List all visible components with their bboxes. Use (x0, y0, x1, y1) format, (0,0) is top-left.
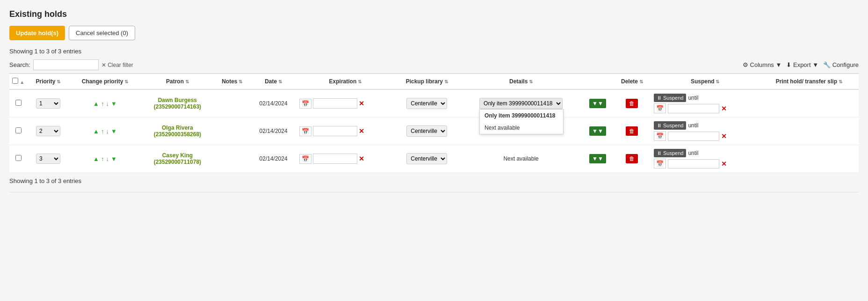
row-pickup-3: Centerville (394, 145, 460, 173)
th-date[interactable]: Date (250, 73, 297, 89)
expiry-calendar-1[interactable]: 📅 (299, 99, 311, 109)
clear-filter-button[interactable]: ✕ Clear filter (101, 62, 133, 68)
queue-btn-1[interactable]: ▼▼ (589, 99, 606, 108)
suspend-clear-1[interactable]: ✕ (721, 105, 727, 112)
suspend-until-input-2[interactable] (668, 132, 719, 141)
priority-up-1[interactable]: ↑ (101, 100, 105, 107)
details-option[interactable]: Only item 39999000011418 (480, 110, 563, 122)
priority-top-1[interactable]: ▲ (93, 100, 100, 107)
details-dropdown-1: Only item 39999000011418Next available O… (479, 98, 563, 109)
patron-link-1[interactable]: Dawn Burgess(23529000714163) (154, 97, 201, 110)
suspend-calendar-1[interactable]: 📅 (654, 103, 666, 113)
pickup-select-2[interactable]: Centerville (406, 125, 447, 137)
expiry-input-2[interactable] (313, 126, 357, 136)
queue-btn-2[interactable]: ▼▼ (589, 126, 606, 136)
suspend-clear-2[interactable]: ✕ (721, 132, 727, 140)
pickup-select-1[interactable]: Centerville (406, 98, 447, 109)
suspend-until-input-3[interactable] (668, 159, 719, 169)
expiry-clear-1[interactable]: ✕ (359, 100, 364, 107)
priority-select-2[interactable]: 2 (36, 126, 60, 136)
search-label: Search: (9, 61, 30, 68)
priority-down-2[interactable]: ↓ (105, 128, 109, 135)
date-value-2: 02/14/2024 (260, 128, 288, 134)
row-suspend-3: ⏸ Suspend until 📅 ✕ (651, 145, 760, 173)
suspend-calendar-3[interactable]: 📅 (654, 159, 666, 169)
suspend-until-input-1[interactable] (668, 104, 719, 113)
suspend-btn-1[interactable]: ⏸ Suspend (654, 94, 686, 102)
priority-select-1[interactable]: 1 (36, 98, 60, 109)
th-notes[interactable]: Notes (214, 73, 250, 89)
holds-table: ▲ Priority Change priority Patron Notes … (9, 73, 859, 173)
priority-top-3[interactable]: ▲ (93, 155, 100, 162)
priority-up-3[interactable]: ↑ (101, 155, 105, 162)
columns-button[interactable]: ⚙ Columns ▼ (743, 61, 781, 68)
expiry-input-1[interactable] (313, 98, 357, 109)
page-title: Existing holds (9, 9, 859, 19)
export-button[interactable]: ⬇ Export ▼ (786, 61, 818, 68)
th-priority[interactable]: Priority (27, 73, 69, 89)
search-input[interactable] (33, 59, 99, 70)
th-change-priority[interactable]: Change priority (69, 73, 141, 89)
pickup-select-3[interactable]: Centerville (406, 153, 447, 164)
row-checkbox-2[interactable] (15, 127, 22, 133)
showing-entries-top: Showing 1 to 3 of 3 entries (9, 48, 859, 55)
th-print[interactable]: Print hold/ transfer slip (759, 73, 859, 89)
suspend-btn-3[interactable]: ⏸ Suspend (654, 149, 686, 157)
th-details[interactable]: Details (460, 73, 582, 89)
row-priority-2: 2 (27, 117, 69, 145)
th-patron[interactable]: Patron (141, 73, 214, 89)
row-notes-3 (214, 145, 250, 173)
toolbar: Update hold(s) Cancel selected (0) (9, 26, 859, 40)
update-holds-button[interactable]: Update hold(s) (9, 26, 65, 40)
expiry-clear-2[interactable]: ✕ (359, 127, 364, 135)
priority-select-3[interactable]: 3 (36, 154, 60, 164)
queue-btn-3[interactable]: ▼▼ (589, 154, 606, 163)
priority-bottom-2[interactable]: ▼ (110, 128, 117, 135)
row-change-priority-3: ▲ ↑ ↓ ▼ (69, 145, 141, 173)
table-row: 3 ▲ ↑ ↓ ▼ Casey King(23529000711078) 02/… (9, 145, 859, 173)
suspend-wrap-2: ⏸ Suspend until 📅 ✕ (654, 121, 757, 141)
showing-entries-bottom: Showing 1 to 3 of 3 entries (9, 177, 859, 184)
details-select-1[interactable]: Only item 39999000011418Next available (479, 98, 563, 109)
patron-link-3[interactable]: Casey King(23529000711078) (154, 152, 201, 165)
row-pickup-1: Centerville (394, 89, 460, 117)
delete-btn-3[interactable]: 🗑 (626, 154, 638, 163)
suspend-clear-3[interactable]: ✕ (721, 160, 727, 168)
th-pickup-library[interactable]: Pickup library (394, 73, 460, 89)
priority-up-2[interactable]: ↑ (101, 128, 105, 135)
row-expiration-3: 📅 ✕ (297, 145, 394, 173)
select-all-checkbox[interactable] (12, 78, 18, 84)
row-queue-icon-1: ▼▼ (582, 89, 613, 117)
cancel-selected-button[interactable]: Cancel selected (0) (69, 26, 135, 40)
delete-btn-1[interactable]: 🗑 (626, 99, 638, 108)
table-row: 1 ▲ ↑ ↓ ▼ Dawn Burgess(23529000714163) 0… (9, 89, 859, 117)
priority-top-2[interactable]: ▲ (93, 128, 100, 135)
row-checkbox-3[interactable] (15, 155, 22, 161)
th-expiration[interactable]: Expiration (297, 73, 394, 89)
configure-button[interactable]: 🔧 Configure (823, 61, 859, 68)
details-option[interactable]: Next available (480, 122, 563, 134)
suspend-calendar-2[interactable]: 📅 (654, 131, 666, 141)
row-checkbox-cell (9, 89, 27, 117)
priority-bottom-1[interactable]: ▼ (110, 100, 117, 107)
row-checkbox-1[interactable] (15, 100, 22, 106)
th-delete[interactable]: Delete (613, 73, 651, 89)
priority-down-3[interactable]: ↓ (105, 155, 109, 162)
row-delete-3: 🗑 (613, 145, 651, 173)
expiry-input-3[interactable] (313, 154, 357, 164)
row-details-1: Only item 39999000011418Next available O… (460, 89, 582, 117)
th-suspend[interactable]: Suspend (651, 73, 760, 89)
expiry-calendar-3[interactable]: 📅 (299, 154, 311, 164)
row-expiration-2: 📅 ✕ (297, 117, 394, 145)
suspend-until-label-2: until (688, 122, 698, 129)
suspend-btn-2[interactable]: ⏸ Suspend (654, 121, 686, 130)
row-checkbox-cell (9, 117, 27, 145)
priority-down-1[interactable]: ↓ (105, 100, 109, 107)
row-queue-icon-2: ▼▼ (582, 117, 613, 145)
patron-link-2[interactable]: Olga Rivera(23529000358268) (154, 125, 201, 138)
suspend-until-label-1: until (688, 95, 698, 101)
expiry-clear-3[interactable]: ✕ (359, 155, 364, 162)
expiry-calendar-2[interactable]: 📅 (299, 126, 311, 136)
priority-bottom-3[interactable]: ▼ (110, 155, 117, 162)
delete-btn-2[interactable]: 🗑 (626, 126, 638, 136)
